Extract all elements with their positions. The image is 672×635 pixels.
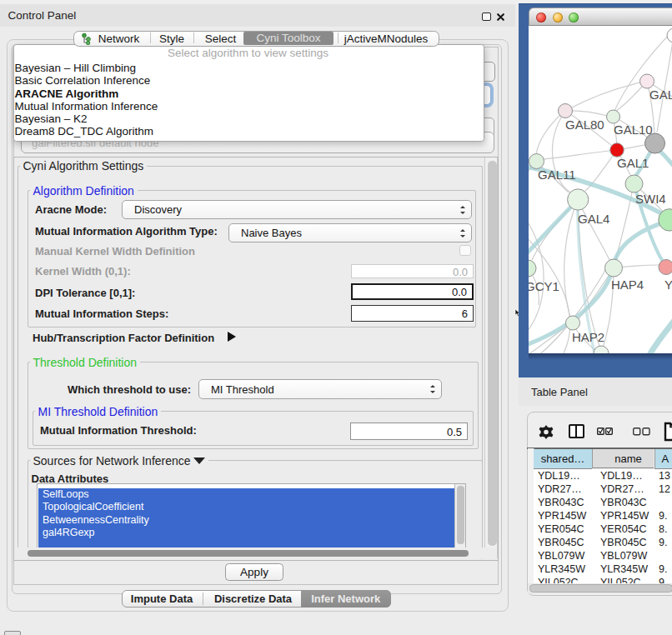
svg-text:GAL11: GAL11 [538, 168, 576, 182]
svg-text:Y: Y [664, 278, 672, 292]
svg-text:GAL10: GAL10 [614, 122, 653, 137]
svg-text:GAL80: GAL80 [565, 118, 604, 132]
svg-text:GAL4: GAL4 [578, 212, 609, 226]
svg-text:GAL: GAL [649, 88, 672, 102]
svg-text:SWI4: SWI4 [635, 192, 666, 206]
svg-text:GAL1: GAL1 [617, 156, 649, 170]
svg-text:HAP4: HAP4 [611, 278, 644, 292]
svg-text:HAP2: HAP2 [572, 330, 604, 344]
svg-text:GCY1: GCY1 [529, 279, 559, 293]
